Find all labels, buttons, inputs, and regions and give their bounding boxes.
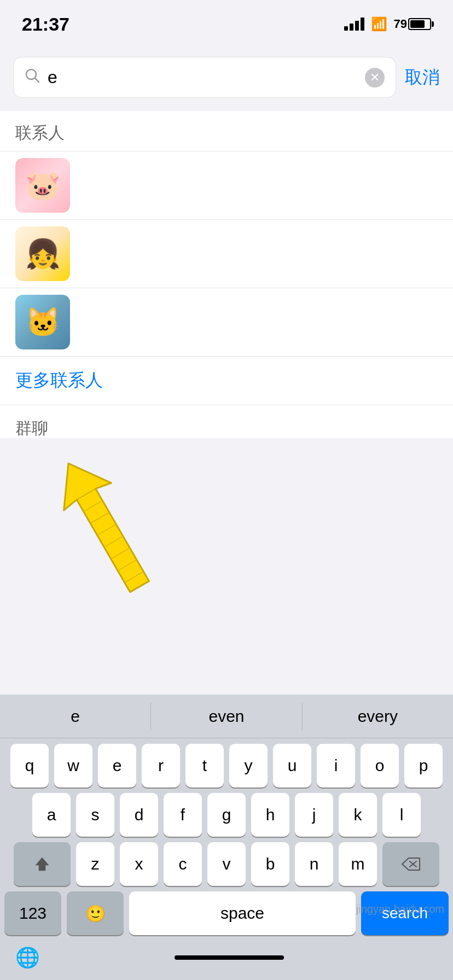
- suggestion-e[interactable]: e: [0, 695, 150, 738]
- svg-line-12: [96, 481, 111, 491]
- contact-row-2[interactable]: 👧: [0, 220, 453, 288]
- battery-icon: 79: [394, 17, 431, 31]
- key-y[interactable]: y: [229, 744, 268, 788]
- key-g[interactable]: g: [207, 793, 246, 837]
- svg-line-11: [62, 500, 78, 510]
- cat-avatar: 🐱: [15, 295, 70, 349]
- key-v[interactable]: v: [207, 842, 246, 886]
- key-h[interactable]: h: [251, 793, 289, 837]
- key-row-3: z x c v b n m: [4, 842, 449, 886]
- shift-key[interactable]: [14, 842, 71, 886]
- svg-line-4: [84, 501, 101, 511]
- svg-line-3: [77, 489, 96, 500]
- contact-row-3[interactable]: 🐱: [0, 288, 453, 357]
- search-box[interactable]: e ✕: [13, 57, 396, 98]
- cancel-button[interactable]: 取消: [405, 66, 440, 90]
- key-p[interactable]: p: [404, 744, 443, 788]
- svg-line-8: [112, 549, 129, 558]
- maruko-avatar: 👧: [15, 226, 70, 281]
- status-bar: 21:37 📶 79: [0, 0, 453, 48]
- key-a[interactable]: a: [32, 793, 71, 837]
- bottom-bar: 🌐: [0, 943, 453, 980]
- wifi-icon: 📶: [371, 16, 387, 32]
- key-w[interactable]: w: [54, 744, 92, 788]
- suggestion-label-even: even: [208, 707, 244, 726]
- key-s[interactable]: s: [76, 793, 114, 837]
- battery-fill: [410, 20, 425, 28]
- key-f[interactable]: f: [164, 793, 202, 837]
- key-q[interactable]: q: [10, 744, 49, 788]
- globe-icon[interactable]: 🌐: [15, 946, 40, 969]
- page-wrapper: 21:37 📶 79 e ✕ 取消: [0, 0, 453, 980]
- key-n[interactable]: n: [295, 842, 333, 886]
- key-k[interactable]: k: [339, 793, 377, 837]
- key-z[interactable]: z: [76, 842, 114, 886]
- key-l[interactable]: l: [382, 793, 421, 837]
- status-icons: 📶 79: [344, 16, 431, 32]
- search-icon: [25, 68, 40, 87]
- key-x[interactable]: x: [120, 842, 158, 886]
- svg-line-9: [119, 561, 136, 570]
- key-d[interactable]: d: [120, 793, 158, 837]
- arrow-annotation: [33, 448, 175, 604]
- avatar-2: 👧: [15, 226, 70, 281]
- clear-button[interactable]: ✕: [365, 68, 385, 88]
- svg-marker-2: [45, 450, 164, 600]
- avatar-1: 🐷: [15, 158, 70, 213]
- pig-avatar: 🐷: [15, 158, 70, 213]
- svg-line-10: [125, 572, 142, 582]
- suggestion-label-every: every: [358, 707, 398, 726]
- key-row-1: q w e r t y u i o p: [4, 744, 449, 788]
- suggestion-label-e: e: [71, 707, 80, 726]
- key-c[interactable]: c: [164, 842, 202, 886]
- watermark: jingyan.baidu.com: [356, 903, 444, 915]
- content-area: 联系人 🐷 👧 🐱 更多联系人 群聊: [0, 111, 453, 438]
- key-m[interactable]: m: [339, 842, 377, 886]
- key-b[interactable]: b: [251, 842, 289, 886]
- backspace-key[interactable]: [382, 842, 439, 886]
- key-u[interactable]: u: [273, 744, 311, 788]
- home-indicator: [175, 955, 284, 960]
- search-input[interactable]: e: [48, 67, 357, 88]
- emoji-icon: 🙂: [85, 904, 106, 923]
- numbers-key[interactable]: 123: [4, 891, 61, 935]
- suggestions-row: e even every: [0, 695, 453, 738]
- key-e[interactable]: e: [98, 744, 136, 788]
- key-j[interactable]: j: [295, 793, 333, 837]
- status-time: 21:37: [22, 14, 69, 35]
- key-t[interactable]: t: [185, 744, 224, 788]
- more-contacts-link[interactable]: 更多联系人: [0, 357, 453, 405]
- avatar-3: 🐱: [15, 295, 70, 349]
- emoji-key[interactable]: 🙂: [67, 891, 124, 935]
- key-row-2: a s d f g h j k l: [4, 793, 449, 837]
- key-r[interactable]: r: [142, 744, 180, 788]
- suggestion-even[interactable]: even: [151, 695, 301, 738]
- battery-level: 79: [394, 17, 407, 31]
- keyboard-area: e even every q w e r t y u i o: [0, 695, 453, 980]
- signal-icon: [344, 18, 364, 31]
- space-label: space: [220, 904, 264, 923]
- search-container: e ✕ 取消: [0, 48, 453, 107]
- svg-line-5: [91, 513, 108, 523]
- svg-line-1: [35, 78, 39, 82]
- partial-label: 群聊: [15, 419, 48, 437]
- svg-line-6: [98, 525, 115, 535]
- space-key[interactable]: space: [129, 891, 356, 935]
- key-o[interactable]: o: [361, 744, 399, 788]
- numbers-label: 123: [19, 904, 47, 923]
- suggestion-every[interactable]: every: [303, 695, 453, 738]
- partial-row: 群聊: [0, 405, 453, 438]
- contacts-section-header: 联系人: [0, 111, 453, 151]
- svg-line-7: [105, 536, 122, 546]
- key-i[interactable]: i: [317, 744, 355, 788]
- battery-body: [408, 18, 431, 30]
- contact-row-1[interactable]: 🐷: [0, 151, 453, 220]
